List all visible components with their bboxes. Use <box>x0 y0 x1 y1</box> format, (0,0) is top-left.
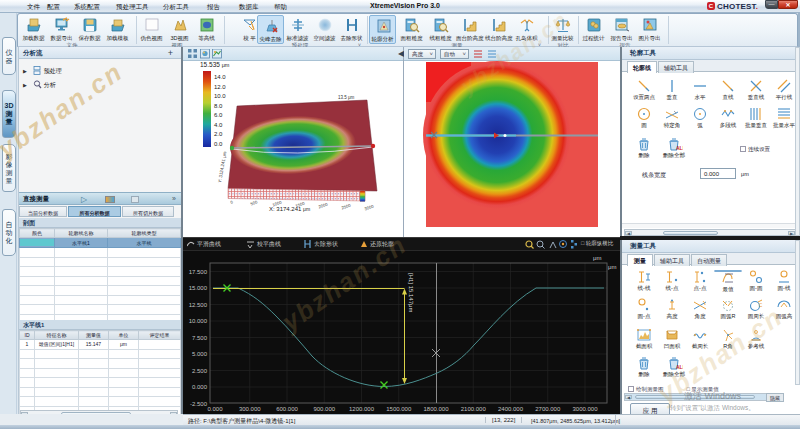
svg-text:0: 0 <box>230 199 234 205</box>
svg-text:μm: μm <box>608 264 616 270</box>
svg-text:2700.000: 2700.000 <box>535 406 561 412</box>
svg-text:2.500: 2.500 <box>192 368 208 374</box>
svg-text:0.000: 0.000 <box>207 406 223 412</box>
svg-text:1200.000: 1200.000 <box>349 406 375 412</box>
svg-text:[H1] 15.147μm: [H1] 15.147μm <box>408 273 414 312</box>
svg-text:ALL: ALL <box>676 145 683 151</box>
svg-text:10.000: 10.000 <box>189 318 208 324</box>
svg-text:600.000: 600.000 <box>276 406 298 412</box>
svg-text:15.535 μm: 15.535 μm <box>200 61 230 68</box>
svg-text:1500.000: 1500.000 <box>386 406 412 412</box>
svg-text:2.0: 2.0 <box>214 131 223 137</box>
svg-text:6.0: 6.0 <box>214 112 223 118</box>
svg-text:4.0: 4.0 <box>214 122 223 128</box>
svg-text:10.0: 10.0 <box>214 93 226 99</box>
svg-text:2000: 2000 <box>318 202 329 210</box>
svg-text:5.000: 5.000 <box>192 351 208 357</box>
svg-text:0.0: 0.0 <box>214 141 223 147</box>
svg-text:2400.000: 2400.000 <box>498 406 524 412</box>
svg-text:12.0: 12.0 <box>214 84 226 90</box>
svg-text:X: 3174.241 μm: X: 3174.241 μm <box>269 206 310 212</box>
svg-text:μm: μm <box>593 255 601 261</box>
svg-text:1800.000: 1800.000 <box>423 406 449 412</box>
svg-text:17.500: 17.500 <box>189 269 208 275</box>
svg-text:900.000: 900.000 <box>313 406 335 412</box>
svg-text:8.0: 8.0 <box>214 103 223 109</box>
svg-text:-2.500: -2.500 <box>190 401 208 407</box>
svg-text:13.5 μm: 13.5 μm <box>338 95 355 100</box>
svg-text:3000.000: 3000.000 <box>572 406 598 412</box>
svg-text:14.0: 14.0 <box>214 74 226 80</box>
svg-text:2100.000: 2100.000 <box>461 406 487 412</box>
svg-text:Y: 3124.241 μm: Y: 3124.241 μm <box>217 151 227 183</box>
svg-text:0.000: 0.000 <box>192 384 208 390</box>
svg-text:15.000: 15.000 <box>189 285 208 291</box>
svg-text:500: 500 <box>250 199 259 206</box>
svg-text:3000: 3000 <box>364 204 375 212</box>
svg-text:300.000: 300.000 <box>239 406 261 412</box>
svg-text:12.500: 12.500 <box>189 302 208 308</box>
svg-text:2500: 2500 <box>341 203 352 211</box>
svg-text:7.500: 7.500 <box>192 335 208 341</box>
